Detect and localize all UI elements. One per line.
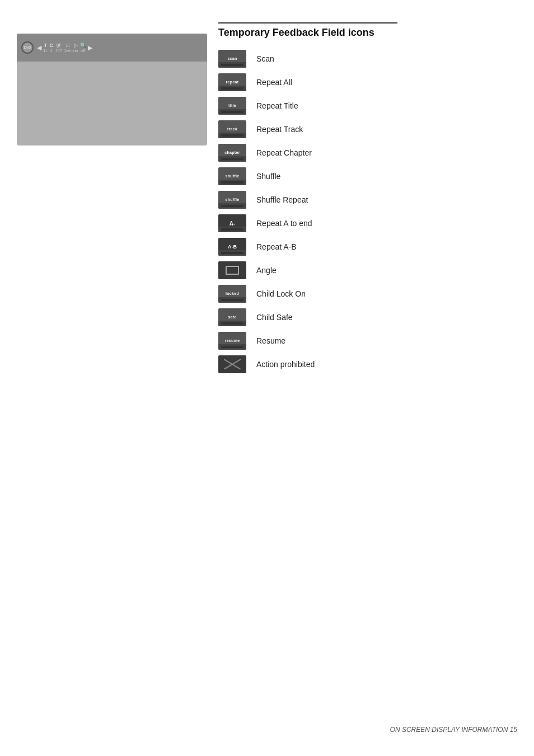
shuffle-repeat-label: Shuffle Repeat — [256, 195, 308, 204]
repeat-title-icon-badge: title — [218, 97, 246, 115]
resume-icon-badge: resume — [218, 332, 246, 350]
list-item: repeat Repeat All — [218, 73, 509, 91]
repeat-ab-icon-badge: A-B — [218, 238, 246, 256]
child-safe-label: Child Safe — [256, 313, 293, 322]
action-prohibited-label: Action prohibited — [256, 360, 315, 369]
repeat-chapter-label: Repeat Chapter — [256, 148, 312, 157]
list-item: chapter Repeat Chapter — [218, 144, 509, 162]
list-item: A-B Repeat A-B — [218, 238, 509, 256]
shuffle-repeat-icon-badge: shuffle — [218, 191, 246, 209]
repeat-track-icon-badge: track — [218, 120, 246, 138]
shuffle-label: Shuffle — [256, 172, 280, 181]
section-divider — [218, 22, 397, 24]
repeat-a-end-icon-badge: A- — [218, 214, 246, 232]
repeat-all-label: Repeat All — [256, 78, 292, 87]
right-panel: Temporary Feedback Field icons scan Scan… — [218, 22, 509, 373]
page-label: ON SCREEN DISPLAY INFORMATION 15 — [390, 726, 517, 734]
scan-icon-badge: scan — [218, 50, 246, 68]
list-item: resume Resume — [218, 332, 509, 350]
list-item: scan Scan — [218, 50, 509, 68]
list-item: locked Child Lock On — [218, 285, 509, 303]
repeat-all-icon-badge: repeat — [218, 73, 246, 91]
angle-label: Angle — [256, 266, 277, 275]
repeat-a-end-label: Repeat A to end — [256, 219, 312, 228]
player-toolbar: DVD ◀ T 1↕ C 1 ((ℓ 1en □ 1en ▷ no — [17, 34, 207, 62]
repeat-chapter-icon-badge: chapter — [218, 144, 246, 162]
player-display: DVD ◀ T 1↕ C 1 ((ℓ 1en □ 1en ▷ no — [17, 34, 207, 145]
list-item: shuffle Shuffle Repeat — [218, 191, 509, 209]
child-safe-icon-badge: safe — [218, 308, 246, 326]
player-dvd-icon: DVD — [21, 41, 34, 54]
section-title: Temporary Feedback Field icons — [218, 27, 509, 39]
list-item: Action prohibited — [218, 355, 509, 373]
repeat-title-label: Repeat Title — [256, 101, 298, 110]
shuffle-icon-badge: shuffle — [218, 167, 246, 185]
list-item: safe Child Safe — [218, 308, 509, 326]
repeat-ab-label: Repeat A-B — [256, 242, 297, 251]
angle-icon-badge — [218, 261, 246, 279]
action-prohibited-icon-badge — [218, 355, 246, 373]
list-item: title Repeat Title — [218, 97, 509, 115]
icon-list: scan Scan repeat Repeat All title Repeat… — [218, 50, 509, 373]
child-lock-icon-badge: locked — [218, 285, 246, 303]
list-item: track Repeat Track — [218, 120, 509, 138]
repeat-track-label: Repeat Track — [256, 125, 303, 134]
child-lock-label: Child Lock On — [256, 289, 306, 298]
list-item: shuffle Shuffle — [218, 167, 509, 185]
resume-label: Resume — [256, 336, 285, 345]
scan-label: Scan — [256, 54, 274, 63]
list-item: Angle — [218, 261, 509, 279]
list-item: A- Repeat A to end — [218, 214, 509, 232]
